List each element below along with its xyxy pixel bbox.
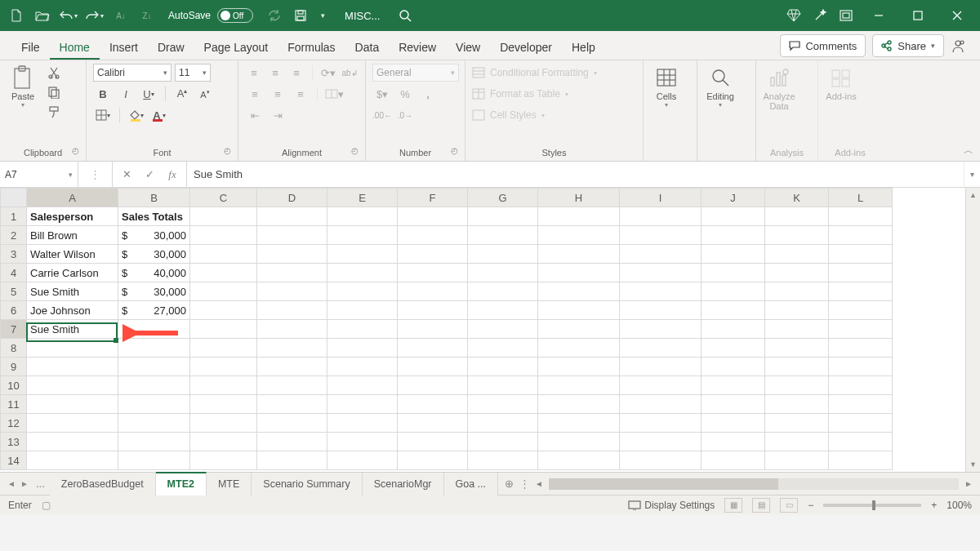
wrap-text-icon[interactable]: ab↲ <box>341 64 359 82</box>
align-bottom-icon[interactable]: ≡ <box>287 64 305 82</box>
cell[interactable] <box>538 301 620 320</box>
tab-formulas[interactable]: Formulas <box>278 34 345 60</box>
cell[interactable] <box>327 339 398 358</box>
cell[interactable] <box>468 395 538 414</box>
cell[interactable]: Sue Smith <box>27 282 118 301</box>
cell[interactable] <box>190 339 257 358</box>
cell[interactable] <box>620 433 702 451</box>
cell[interactable] <box>327 226 398 245</box>
row-header[interactable]: 10 <box>1 376 27 395</box>
cell[interactable] <box>190 301 257 320</box>
cell[interactable] <box>468 207 538 226</box>
cell[interactable] <box>190 376 257 395</box>
sheet-tab[interactable]: Scenario Summary <box>252 473 362 495</box>
expand-formula-bar-icon[interactable]: ▾ <box>964 162 980 187</box>
page-break-view-icon[interactable]: ▭ <box>780 498 798 513</box>
cell[interactable] <box>829 433 893 451</box>
paste-button[interactable]: Paste ▾ <box>7 64 39 109</box>
cell[interactable] <box>257 320 327 339</box>
cell[interactable] <box>398 264 468 282</box>
account-icon[interactable] <box>951 38 973 53</box>
cell[interactable] <box>765 451 829 470</box>
cell[interactable] <box>327 358 398 376</box>
row-header[interactable]: 1 <box>1 207 27 226</box>
cell[interactable] <box>620 358 702 376</box>
cell[interactable]: Carrie Carlson <box>27 264 118 282</box>
cell[interactable] <box>620 282 702 301</box>
sheet-tab[interactable]: ZeroBasedBudget <box>50 473 156 495</box>
cell[interactable]: Joe Johnson <box>27 301 118 320</box>
cell[interactable] <box>190 414 257 433</box>
cell[interactable]: $30,000 <box>118 226 190 245</box>
font-size-combo[interactable]: 11▾ <box>175 64 211 82</box>
cell[interactable] <box>538 282 620 301</box>
cell[interactable] <box>257 451 327 470</box>
font-name-combo[interactable]: Calibri▾ <box>93 64 172 82</box>
cell[interactable] <box>27 433 118 451</box>
app-launcher-icon[interactable] <box>835 4 858 27</box>
cell[interactable]: Walter Wilson <box>27 245 118 264</box>
autosave-toggle[interactable]: Off <box>217 8 253 23</box>
cell[interactable]: Sue Smith <box>27 320 118 339</box>
cell[interactable] <box>702 207 765 226</box>
number-launcher-icon[interactable]: ◴ <box>451 143 458 159</box>
cell[interactable] <box>538 433 620 451</box>
cell[interactable] <box>327 301 398 320</box>
alignment-launcher-icon[interactable]: ◴ <box>351 143 359 159</box>
page-layout-view-icon[interactable]: ▤ <box>752 498 770 513</box>
tab-help[interactable]: Help <box>562 34 605 60</box>
cell[interactable] <box>538 320 620 339</box>
cell[interactable] <box>468 451 538 470</box>
cell[interactable] <box>118 433 190 451</box>
cell[interactable]: Salesperson <box>27 207 118 226</box>
row-header[interactable]: 13 <box>1 433 27 451</box>
cell[interactable]: $27,000 <box>118 301 190 320</box>
cell[interactable] <box>702 320 765 339</box>
cell[interactable] <box>190 207 257 226</box>
cell[interactable] <box>257 226 327 245</box>
cell[interactable] <box>702 301 765 320</box>
conditional-formatting-button[interactable]: Conditional Formatting▾ <box>472 64 636 82</box>
cell[interactable] <box>538 264 620 282</box>
worksheet-grid[interactable]: ABCDEFGHIJKL1SalespersonSales Totals2Bil… <box>0 188 980 472</box>
tab-nav-more[interactable]: ... <box>31 478 50 490</box>
cells-button[interactable]: Cells ▾ <box>650 64 683 109</box>
sheet-tab[interactable]: ScenarioMgr <box>363 473 444 495</box>
column-header[interactable]: D <box>257 189 327 207</box>
tab-review[interactable]: Review <box>389 34 446 60</box>
cell[interactable] <box>829 376 893 395</box>
align-right-icon[interactable]: ≡ <box>291 85 310 103</box>
cell[interactable] <box>765 207 829 226</box>
cell[interactable] <box>765 433 829 451</box>
cell[interactable] <box>765 376 829 395</box>
cell[interactable] <box>765 339 829 358</box>
cell[interactable] <box>765 395 829 414</box>
align-top-icon[interactable]: ≡ <box>245 64 263 82</box>
cell[interactable] <box>398 451 468 470</box>
add-sheet-icon[interactable]: ⊕ <box>498 478 519 490</box>
align-left-icon[interactable]: ≡ <box>245 85 265 103</box>
cell[interactable] <box>398 282 468 301</box>
cell[interactable] <box>118 451 190 470</box>
share-button[interactable]: Share ▾ <box>872 34 944 57</box>
cell[interactable] <box>702 414 765 433</box>
decrease-indent-icon[interactable]: ⇤ <box>245 106 265 124</box>
cell[interactable] <box>327 376 398 395</box>
cell[interactable] <box>620 451 702 470</box>
cell[interactable] <box>118 339 190 358</box>
cell[interactable] <box>327 282 398 301</box>
cell[interactable] <box>190 264 257 282</box>
cell[interactable] <box>538 451 620 470</box>
cell[interactable] <box>468 320 538 339</box>
cell[interactable] <box>468 301 538 320</box>
column-header[interactable]: L <box>829 189 893 207</box>
cell[interactable] <box>190 245 257 264</box>
cell[interactable] <box>538 358 620 376</box>
cell[interactable] <box>468 245 538 264</box>
cell-styles-button[interactable]: Cell Styles▾ <box>472 106 636 124</box>
cell[interactable] <box>702 451 765 470</box>
tab-nav-prev-icon[interactable]: ◄ <box>5 479 18 488</box>
column-header[interactable]: K <box>765 189 829 207</box>
cell[interactable] <box>27 376 118 395</box>
cut-icon[interactable] <box>44 64 64 82</box>
